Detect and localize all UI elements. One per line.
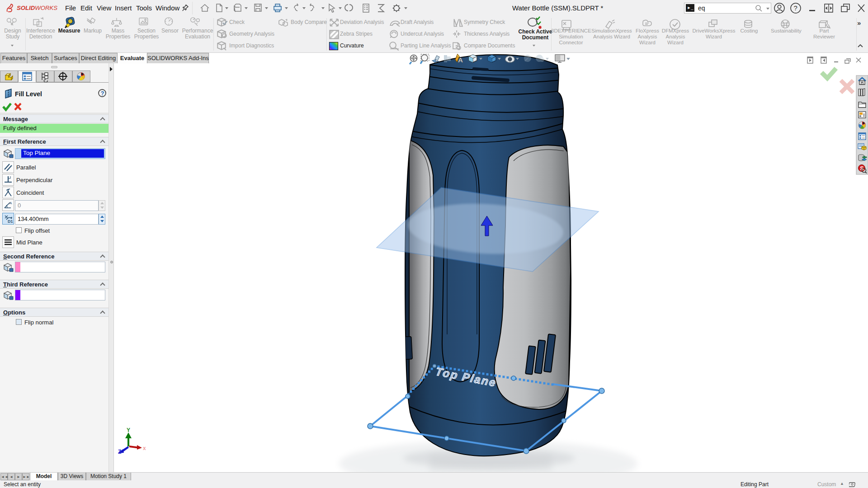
svg-text:?: ? bbox=[101, 90, 104, 97]
svg-text:Z: Z bbox=[118, 449, 121, 455]
svg-text:A: A bbox=[9, 201, 12, 205]
svg-text:x: x bbox=[143, 445, 146, 451]
svg-text:»: » bbox=[857, 19, 861, 27]
svg-text:?: ? bbox=[794, 4, 797, 12]
svg-text:SOLIDWORKS: SOLIDWORKS bbox=[17, 5, 57, 11]
svg-text:A: A bbox=[458, 56, 463, 64]
svg-text:D1: D1 bbox=[8, 219, 13, 224]
svg-text:Y: Y bbox=[127, 427, 130, 433]
